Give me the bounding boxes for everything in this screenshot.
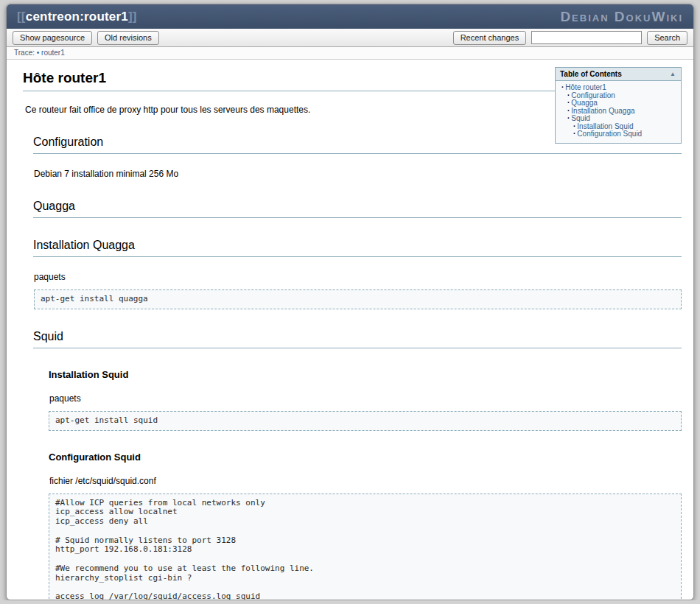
toc-body: Hôte router1 Configuration Quagga Instal… <box>556 81 681 143</box>
toolbar: Show pagesource Old revisions Recent cha… <box>7 29 693 47</box>
toc-title: Table of Contents <box>560 70 622 78</box>
installation-quagga-text: paquets <box>34 272 682 282</box>
toc-link-hote-router1[interactable]: Hôte router1 <box>565 83 606 91</box>
toc-link-configuration[interactable]: Configuration <box>571 91 615 99</box>
breadcrumb-separator: • <box>37 49 40 57</box>
toc-link-installation-squid[interactable]: Installation Squid <box>577 122 633 130</box>
code-block-install-quagga: apt-get install quagga <box>34 289 682 309</box>
search-button[interactable]: Search <box>647 31 687 45</box>
installation-squid-text: paquets <box>49 393 682 404</box>
recent-changes-button[interactable]: Recent changes <box>453 31 527 45</box>
wiki-page-name: centreon:router1 <box>26 10 128 24</box>
wiki-page-window: [[centreon:router1]] Debian DokuWiki Sho… <box>6 4 694 600</box>
toc-link-configuration-squid[interactable]: Configuration Squid <box>577 130 642 138</box>
title-bracket-close: ]] <box>128 10 137 24</box>
toc-link-quagga[interactable]: Quagga <box>571 99 598 107</box>
breadcrumb-link-router1[interactable]: router1 <box>41 49 65 57</box>
configuration-squid-text: fichier /etc/squid/squid.conf <box>49 476 682 486</box>
title-bracket-open: [[ <box>17 10 26 24</box>
table-of-contents: Table of Contents ▲ Hôte router1 Configu… <box>555 67 682 144</box>
heading-squid: Squid <box>33 330 682 348</box>
configuration-text: Debian 7 installation minimal 256 Mo <box>34 169 682 179</box>
heading-configuration-squid: Configuration Squid <box>49 452 682 463</box>
heading-installation-squid: Installation Squid <box>49 369 682 380</box>
toc-item-configuration-squid: Configuration Squid <box>573 130 676 138</box>
dokuwiki-brand-logo: Debian DokuWiki <box>560 9 683 25</box>
toc-link-installation-quagga[interactable]: Installation Quagga <box>571 107 634 115</box>
toc-header: Table of Contents ▲ <box>556 68 681 81</box>
code-block-install-squid: apt-get install squid <box>49 411 682 431</box>
page-content: Table of Contents ▲ Hôte router1 Configu… <box>7 60 693 600</box>
search-input[interactable] <box>531 31 642 44</box>
old-revisions-button[interactable]: Old revisions <box>97 31 159 45</box>
heading-quagga: Quagga <box>33 200 682 218</box>
toc-toggle-icon[interactable]: ▲ <box>669 71 676 77</box>
page-title-header: [[centreon:router1]] <box>17 10 137 24</box>
show-pagesource-button[interactable]: Show pagesource <box>13 31 92 45</box>
heading-installation-quagga: Installation Quagga <box>33 239 682 257</box>
breadcrumb-label: Trace: <box>14 49 35 57</box>
code-block-squid-conf: #Allow ICP queries from local networks o… <box>49 494 682 601</box>
toc-link-squid[interactable]: Squid <box>571 114 590 122</box>
breadcrumb: Trace: • router1 <box>7 47 693 60</box>
masthead: [[centreon:router1]] Debian DokuWiki <box>7 4 693 29</box>
